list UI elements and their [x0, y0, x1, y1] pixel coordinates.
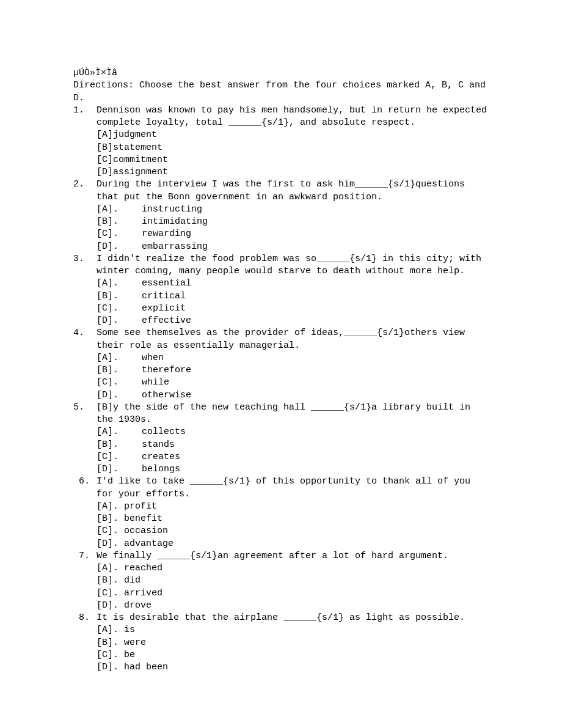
choice-key: [A].: [97, 426, 142, 438]
choice-key: [A].: [97, 624, 124, 636]
question-text: I'd like to take ______{s/1} of this opp…: [97, 476, 492, 501]
choice-key: [D].: [97, 389, 142, 402]
choice-label: instructing: [142, 204, 202, 216]
question-text: [B]y the side of the new teaching hall _…: [97, 402, 492, 427]
choice: [D]. advantage: [97, 538, 492, 550]
question: 7.We finally ______{s/1}an agreement aft…: [73, 550, 492, 612]
choice: [C].while: [97, 377, 492, 389]
choice-key: [B]: [97, 142, 113, 154]
choices-list: [A]judgment[B]statement[C]commitment[D]a…: [97, 129, 492, 178]
choice-label: stands: [142, 439, 175, 451]
choice-key: [A].: [97, 562, 124, 575]
choice: [B]. did: [97, 575, 492, 587]
choice-key: [D].: [97, 538, 124, 550]
choice-label: belongs: [142, 463, 180, 476]
choice-key: [D].: [97, 315, 142, 327]
choice: [B].critical: [97, 290, 492, 303]
choice-key: [B].: [97, 216, 142, 228]
choice-key: [C].: [97, 303, 142, 315]
choice-label: occasion: [124, 525, 168, 537]
choice-key: [B].: [97, 575, 124, 587]
choice-label: critical: [142, 290, 186, 303]
choice-key: [D].: [97, 463, 142, 476]
choices-list: [A].collects[B].stands[C].creates[D].bel…: [97, 426, 492, 476]
choice-key: [C].: [97, 451, 142, 463]
question: 8.It is desirable that the airplane ____…: [73, 612, 492, 674]
choice-label: while: [142, 377, 169, 389]
choice-label: creates: [142, 451, 180, 463]
question: 1.Dennison was known to pay his men hand…: [73, 105, 492, 179]
choice: [A].instructing: [97, 204, 492, 216]
choice: [B].therefore: [97, 364, 492, 377]
choices-list: [A]. is[B]. were[C]. be[D]. had been: [97, 624, 492, 674]
choice-label: commitment: [113, 154, 168, 166]
choice-label: reached: [124, 562, 162, 575]
question-number: 4.: [73, 327, 97, 402]
choice-label: therefore: [142, 364, 191, 377]
choice: [D].otherwise: [97, 389, 492, 402]
choice-key: [D]: [97, 166, 113, 178]
choice-key: [A].: [97, 501, 124, 513]
question-number: 7.: [73, 550, 97, 612]
choice-label: advantage: [124, 538, 173, 550]
choice: [B]statement: [97, 142, 492, 154]
question-number: 1.: [73, 105, 97, 179]
choice-label: when: [142, 352, 164, 364]
choice: [B].stands: [97, 439, 492, 451]
choice: [A]. is: [97, 624, 492, 636]
choice: [A]. reached: [97, 562, 492, 575]
choice: [C]. arrived: [97, 587, 492, 600]
document-page: µÚÒ»Ì×Ìâ Directions: Choose the best ans…: [0, 0, 562, 710]
choice-key: [D].: [97, 661, 124, 674]
question: 2.During the interview I was the first t…: [73, 178, 492, 253]
choice-key: [B].: [97, 439, 142, 451]
choice: [D].belongs: [97, 463, 492, 476]
choice-key: [D].: [97, 241, 142, 253]
choice-label: be: [124, 649, 135, 661]
question-number: 2.: [73, 178, 97, 253]
questions-list: 1.Dennison was known to pay his men hand…: [73, 105, 492, 674]
question-body: Dennison was known to pay his men handso…: [97, 105, 492, 179]
choices-list: [A].instructing[B].intimidating[C].rewar…: [97, 204, 492, 253]
choice: [B]. were: [97, 637, 492, 649]
choice-key: [C].: [97, 587, 124, 600]
question-body: It is desirable that the airplane ______…: [97, 612, 492, 674]
choice-label: benefit: [124, 513, 162, 525]
choice: [C]. occasion: [97, 525, 492, 537]
question-body: During the interview I was the first to …: [97, 178, 492, 253]
choice-label: were: [124, 637, 146, 649]
choice: [C]. be: [97, 649, 492, 661]
question: 5. [B]y the side of the new teaching hal…: [73, 402, 492, 476]
question: 4. Some see themselves as the provider o…: [73, 327, 492, 402]
choice: [C].creates: [97, 451, 492, 463]
question-text: It is desirable that the airplane ______…: [97, 612, 492, 624]
choice-label: arrived: [124, 587, 162, 600]
directions-text: Directions: Choose the best answer from …: [73, 79, 492, 105]
choice: [B].intimidating: [97, 216, 492, 228]
choice-key: [C].: [97, 228, 142, 240]
choice: [C]commitment: [97, 154, 492, 166]
question-number: 6.: [73, 476, 97, 550]
question-text: We finally ______{s/1}an agreement after…: [97, 550, 492, 562]
question-number: 3.: [73, 253, 97, 328]
choice-label: embarrassing: [142, 241, 208, 253]
choices-list: [A]. reached[B]. did[C]. arrived[D]. dro…: [97, 562, 492, 612]
choice-label: essential: [142, 278, 191, 290]
question-body: We finally ______{s/1}an agreement after…: [97, 550, 492, 612]
question-text: Dennison was known to pay his men handso…: [97, 105, 492, 130]
choice: [A].collects: [97, 426, 492, 438]
choice-key: [B].: [97, 290, 142, 303]
question-body: Some see themselves as the provider of i…: [97, 327, 492, 402]
choice-label: statement: [113, 142, 162, 154]
choice: [C].rewarding: [97, 228, 492, 240]
choice: [D]. had been: [97, 661, 492, 674]
choice: [A]judgment: [97, 129, 492, 141]
choice-key: [C].: [97, 525, 124, 537]
choice-key: [A]: [97, 129, 113, 141]
choice: [A].essential: [97, 278, 492, 290]
choice-label: profit: [124, 501, 157, 513]
choices-list: [A].when[B].therefore[C].while[D].otherw…: [97, 352, 492, 402]
choice: [D]. drove: [97, 600, 492, 612]
choice-label: intimidating: [142, 216, 208, 228]
header-line: µÚÒ»Ì×Ìâ: [73, 67, 492, 79]
